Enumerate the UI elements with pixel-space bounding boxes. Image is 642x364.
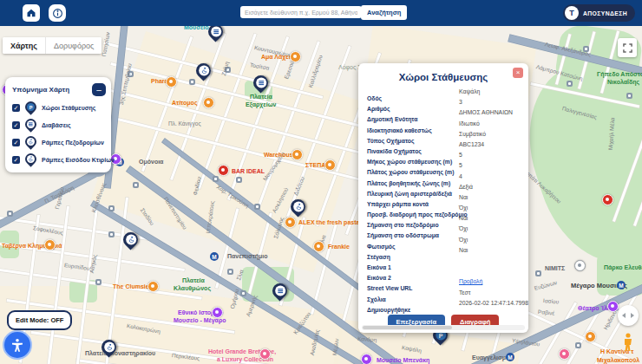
pegman-icon[interactable] — [623, 333, 633, 352]
popup-field-value: Τεστ — [459, 289, 470, 296]
poi-orange-icon[interactable] — [290, 51, 301, 62]
popup-field-value: Καψάλη — [459, 88, 480, 94]
home-button[interactable] — [23, 4, 40, 22]
popup-field-row: Προσβ. διαδρομή προς πεζοδρόμιοΌχι — [367, 205, 520, 215]
popup-scrollbar-thumb[interactable] — [363, 326, 452, 329]
road-sign-icon — [567, 81, 573, 87]
popup-field-value: Ναι — [459, 194, 468, 200]
poi-orange-icon[interactable] — [166, 76, 177, 88]
wheelchair-icon — [200, 67, 206, 74]
map-label: ΣΤΕΠΑ — [305, 162, 325, 168]
metro-station-icon[interactable]: M — [617, 281, 626, 289]
crossing-icon — [212, 28, 219, 35]
legend-collapse-button[interactable]: – — [92, 83, 106, 96]
poi-pink-icon[interactable] — [259, 348, 271, 360]
edit-mode-toggle[interactable]: Edit Mode: OFF — [7, 310, 72, 330]
poi-red-icon[interactable] — [602, 194, 613, 205]
metro-station-icon[interactable]: M — [210, 252, 219, 261]
road-sign-icon — [535, 270, 541, 276]
poi-purple-icon[interactable] — [607, 301, 619, 312]
poi-orange-icon[interactable] — [44, 239, 56, 250]
road-sign-icon — [108, 231, 115, 237]
map-label: Πλατεία — [182, 277, 205, 283]
wheelchair-icon — [28, 156, 34, 162]
popup-field-row: Πλάτος χώρου στάθμευσης (m)5 — [367, 162, 520, 172]
legend-checkbox[interactable]: ✓ — [12, 104, 20, 112]
poi-red-icon[interactable] — [218, 165, 229, 176]
popup-field-row: ΟδόςΚαψάλη — [367, 88, 520, 99]
wheelchair-icon — [127, 236, 134, 243]
info-button[interactable] — [49, 4, 66, 22]
map-label: BAR IDEAL — [232, 168, 265, 174]
map-label: Ευζώνων — [534, 280, 558, 291]
map-label: Αθηνάς — [89, 254, 98, 274]
accessibility-button[interactable] — [3, 330, 32, 360]
fullscreen-button[interactable] — [618, 38, 637, 57]
popup-field-value: ABC1234 — [459, 141, 484, 147]
map-label: Frankie — [328, 244, 350, 250]
street-view-link[interactable]: Προβολή — [459, 278, 482, 284]
info-icon — [52, 8, 63, 19]
road-sign-icon — [108, 205, 115, 211]
home-icon — [26, 8, 36, 18]
road-sign-icon — [213, 176, 219, 182]
popup-field-value: Όχι — [459, 237, 468, 243]
popup-field-row: Αριθμός3 — [367, 99, 520, 109]
map-label: ALEX the fresh pasta — [298, 219, 359, 225]
close-icon[interactable]: × — [513, 68, 523, 78]
tab-satellite[interactable]: Δορυφόρος — [45, 37, 102, 54]
crossing-icon — [276, 287, 283, 294]
pan-control[interactable] — [618, 305, 639, 326]
legend-checkbox[interactable]: ✓ — [12, 121, 20, 129]
poi-orange-icon[interactable] — [203, 97, 214, 108]
avatar: T — [565, 6, 579, 20]
search-button[interactable]: Αναζήτηση — [361, 5, 407, 20]
popup-field-row: Τύπος ΟχήματοςΣυμβατικό — [367, 131, 520, 141]
legend-title: Υπόμνημα Χάρτη — [12, 86, 69, 94]
map-label: Πλατεία Μοναστηρακίου — [85, 350, 155, 356]
map-label: ΝΙΜΙΤΣ — [545, 265, 565, 271]
map-label: Ιασίου — [543, 298, 560, 305]
legend-item-1: ✓PΧώροι Στάθμευσης — [12, 101, 106, 114]
popup-field-value: 5 — [459, 152, 462, 158]
map-label: Γήπεδο Απόστολος — [597, 71, 642, 77]
search-input[interactable] — [240, 6, 362, 18]
poi-pink-icon[interactable] — [559, 348, 570, 360]
poi-orange-icon[interactable] — [147, 281, 159, 292]
map-label: Πλ. Κάνιγγος — [168, 121, 201, 127]
tab-map[interactable]: Χάρτης — [3, 37, 45, 54]
road-sign-icon — [7, 211, 13, 217]
wheelchair-icon — [105, 343, 112, 350]
road-sign-icon — [575, 342, 581, 348]
map-label: Ομόνοια — [139, 159, 163, 165]
popup-field-value: Συμβατικό — [459, 131, 486, 137]
poi-orange-icon[interactable] — [292, 149, 303, 160]
road-sign-icon — [254, 204, 260, 210]
metro-station-icon[interactable]: M — [506, 353, 514, 361]
map-type-control: Χάρτης Δορυφόρος — [3, 37, 102, 54]
poi-orange-icon[interactable] — [585, 331, 596, 342]
map-label: Κλαυθμώνος — [174, 285, 211, 291]
legend-item-3: ✓Ράμπες Πεζοδρομίων — [12, 136, 106, 148]
popup-field-value: Όχι — [459, 225, 468, 231]
popup-field-label: Δημιουργήθηκε — [367, 307, 410, 313]
popup-field-value: ΔΗΜΟΣ ΑΘΗΝΑΙΩΝ — [459, 109, 513, 115]
popup-field-row: Υπάρχει ράμπα κοντάΝαι — [367, 194, 520, 205]
fullscreen-icon — [623, 43, 632, 53]
poi-orange-icon[interactable] — [324, 159, 336, 171]
wheelchair-icon — [28, 139, 34, 145]
legend-checkbox[interactable]: ✓ — [12, 156, 20, 164]
map-canvas[interactable]: Πατησίων3ης ΣεπτεμβρίουΚουντουριώτουΤοσί… — [0, 0, 642, 364]
logout-button[interactable]: T ΑΠΟΣΥΝΔΕΣΗ — [563, 4, 635, 22]
poi-purple-icon[interactable] — [212, 307, 223, 318]
legend-checkbox[interactable]: ✓ — [12, 139, 20, 146]
poi-purple-icon[interactable] — [361, 354, 372, 364]
legend-item-label: Ράμπες Πεζοδρομίων — [42, 140, 104, 146]
poi-orange-icon[interactable] — [313, 241, 324, 252]
legend-item-label: Ράμπες Εισόδου Κτιρίων — [42, 157, 115, 163]
popup-field-row: ΣτέγασηΝαι — [367, 247, 520, 257]
poi-white-icon[interactable] — [574, 260, 586, 271]
popup-field-row: Δημοτική ΕνότηταΔΗΜΟΣ ΑΘΗΝΑΙΩΝ — [367, 109, 520, 120]
poi-orange-icon[interactable] — [285, 217, 296, 228]
legend-item-label: Διαβάσεις — [42, 122, 71, 128]
